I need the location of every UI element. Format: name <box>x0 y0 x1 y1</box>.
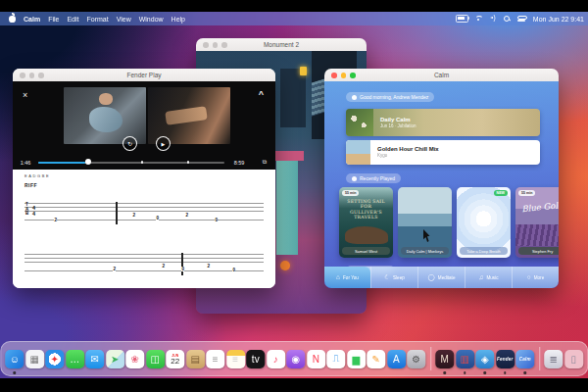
volume-icon[interactable] <box>490 16 497 22</box>
loop-button[interactable]: ↻ <box>122 136 137 151</box>
window-fender-play[interactable]: Fender Play × ^ ↻ ▶ 1:46 8:59 ⧉ EADG <box>13 69 275 288</box>
card-take-a-deep-breath[interactable]: NEWTake a Deep Breath <box>457 187 511 258</box>
battery-icon[interactable] <box>456 15 468 23</box>
artwork-title: Blue Gold <box>515 200 559 215</box>
running-indicator <box>504 371 507 374</box>
menu-app-name[interactable]: Calm <box>24 16 40 23</box>
mail-icon: ✉ <box>85 350 104 368</box>
dock-podcasts[interactable]: ◉ <box>286 350 305 368</box>
dock-numbers[interactable]: ▆ <box>347 350 366 368</box>
dock-system-preferences[interactable]: ⚙ <box>407 350 425 368</box>
dock-calendar[interactable]: JUN22 <box>166 350 184 368</box>
dock-messages[interactable]: … <box>66 350 84 368</box>
artwork-title: SETTING SAIL FOR GULLIVER'S TRAVELS <box>339 199 393 220</box>
minimize-button[interactable] <box>213 42 219 48</box>
dock-contacts[interactable]: ▤ <box>186 350 205 368</box>
cc-icon[interactable] <box>517 16 526 23</box>
menu-view[interactable]: View <box>117 16 131 23</box>
play-button[interactable]: ▶ <box>156 136 171 151</box>
dock-mail[interactable]: ✉ <box>85 350 104 368</box>
music-note-icon: ♫ <box>479 274 484 281</box>
card-gullivers-travels[interactable]: 55 minSETTING SAIL FOR GULLIVER'S TRAVEL… <box>339 187 393 258</box>
clock-icon <box>352 176 357 181</box>
dock-pages[interactable]: ✎ <box>367 350 385 368</box>
dock-safari[interactable]: ✦ <box>45 350 64 368</box>
fret-number: 2 <box>162 264 165 269</box>
close-button[interactable] <box>331 73 337 78</box>
dock-trash[interactable]: ▯ <box>564 350 583 368</box>
menu-file[interactable]: File <box>48 16 59 23</box>
fullscreen-icon[interactable]: ⧉ <box>254 159 275 166</box>
monument-window-controls <box>203 42 227 48</box>
monument-titlebar[interactable]: Monument 2 <box>196 38 367 51</box>
dock-calm[interactable]: Calm <box>515 350 534 368</box>
dock-keynote[interactable]: ⎍ <box>326 350 345 368</box>
calm-titlebar[interactable]: Calm <box>324 69 559 81</box>
zoom-button[interactable] <box>38 73 44 78</box>
card-daily-calm-monkeys[interactable]: Daily Calm | Monkeys <box>398 187 452 258</box>
card-label: Take a Deep Breath <box>460 247 508 255</box>
running-indicator <box>524 371 527 374</box>
tab-meditate[interactable]: ◯Meditate <box>417 267 465 288</box>
dock-apple-tv[interactable]: tv <box>246 350 265 368</box>
close-button[interactable] <box>203 42 209 48</box>
menu-bar: Calm FileEditFormatViewWindowHelp Mon Ju… <box>0 12 588 25</box>
tab-for-you[interactable]: ⌂For You <box>324 267 370 288</box>
menu-edit[interactable]: Edit <box>67 16 78 23</box>
apple-logo-icon[interactable] <box>9 16 16 23</box>
calm-content: Good morning, Andrew Mendez Daily Calm J… <box>324 81 559 288</box>
daily-calm-card[interactable]: Daily Calm Jun 16 · Jubilation <box>346 109 540 136</box>
tab-sleep[interactable]: ☾Sleep <box>370 267 417 288</box>
reminders-icon: ≡ <box>206 350 224 368</box>
dock-reminders[interactable]: ≡ <box>206 350 224 368</box>
dock-app-store[interactable]: A <box>387 350 406 368</box>
calm-window-title: Calm <box>434 72 449 78</box>
chevron-up-icon[interactable]: ^ <box>259 89 264 99</box>
search-icon-mb[interactable] <box>504 16 511 23</box>
golden-hour-card[interactable]: Golden Hour Chill Mix Kygo <box>346 140 540 165</box>
close-button[interactable] <box>20 73 25 78</box>
fender-window-controls <box>20 73 44 78</box>
dock-maps[interactable]: ➤ <box>106 350 124 368</box>
dock-fender-play[interactable]: Fender <box>496 350 514 368</box>
zoom-button[interactable] <box>350 73 356 78</box>
dock-news[interactable]: N <box>307 350 325 368</box>
video-player[interactable]: × ^ ↻ ▶ 1:46 8:59 ⧉ <box>13 81 275 170</box>
seek-bar[interactable] <box>38 162 224 164</box>
wifi-icon[interactable] <box>475 16 483 22</box>
dock-notes[interactable]: ≡ <box>226 350 245 368</box>
dock-music[interactable]: ♪ <box>267 350 285 368</box>
letterbox-bottom <box>0 378 588 392</box>
golden-hour-title: Golden Hour Chill Mix <box>377 146 439 152</box>
running-indicator <box>484 371 487 374</box>
fender-titlebar[interactable]: Fender Play <box>13 69 275 81</box>
tab-music[interactable]: ♫Music <box>465 267 512 288</box>
launchpad-icon: ▦ <box>25 350 44 368</box>
dock-launchpad[interactable]: ▦ <box>25 350 44 368</box>
dock-game-app[interactable]: ◈ <box>475 350 494 368</box>
menu-help[interactable]: Help <box>172 16 185 23</box>
video-thumbnail-wide[interactable] <box>64 87 146 144</box>
close-icon[interactable]: × <box>23 90 27 100</box>
tab-label: Music <box>486 275 498 280</box>
dock-downloads-stack[interactable]: ≣ <box>544 350 563 368</box>
card-blue-gold[interactable]: 55 minBlue GoldStephen Fry <box>515 187 559 258</box>
minimize-button[interactable] <box>29 73 35 78</box>
zoom-button[interactable] <box>221 42 227 48</box>
window-calm[interactable]: Calm Good morning, Andrew Mendez Daily C… <box>324 69 559 288</box>
dock-display-app[interactable]: ▥ <box>456 350 474 368</box>
menu-clock[interactable]: Mon Jun 22 9:41 <box>533 16 584 23</box>
dock-finder[interactable]: ☺ <box>5 350 24 368</box>
seek-knob[interactable] <box>85 159 91 165</box>
tab-more[interactable]: ○More <box>512 267 559 288</box>
dock-monument-valley-2[interactable]: M <box>435 350 454 368</box>
dock-facetime[interactable]: ◫ <box>146 350 165 368</box>
menu-format[interactable]: Format <box>86 16 108 23</box>
pages-icon: ✎ <box>367 350 385 368</box>
menu-window[interactable]: Window <box>139 16 164 23</box>
fender-play-icon: Fender <box>496 350 514 368</box>
status-icons <box>456 15 526 23</box>
dock-photos[interactable]: ❀ <box>125 350 144 368</box>
minimize-button[interactable] <box>341 73 347 78</box>
calm-icon: Calm <box>515 350 534 368</box>
